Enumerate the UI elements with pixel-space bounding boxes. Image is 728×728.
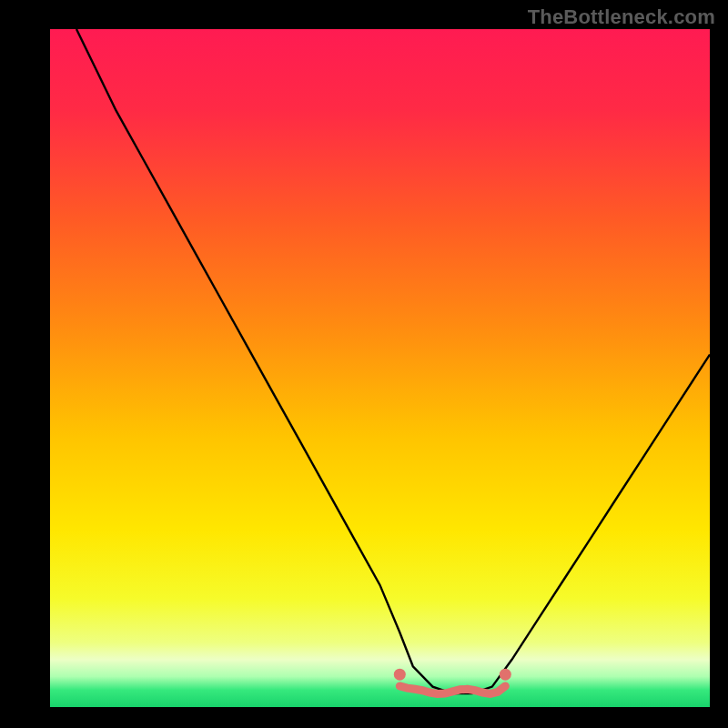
bottleneck-chart — [0, 0, 728, 728]
highlight-end-dot — [394, 669, 406, 681]
highlight-end-dot — [500, 669, 511, 681]
chart-frame: TheBottleneck.com — [0, 0, 728, 728]
gradient-background — [50, 29, 710, 707]
watermark-text: TheBottleneck.com — [528, 5, 715, 29]
